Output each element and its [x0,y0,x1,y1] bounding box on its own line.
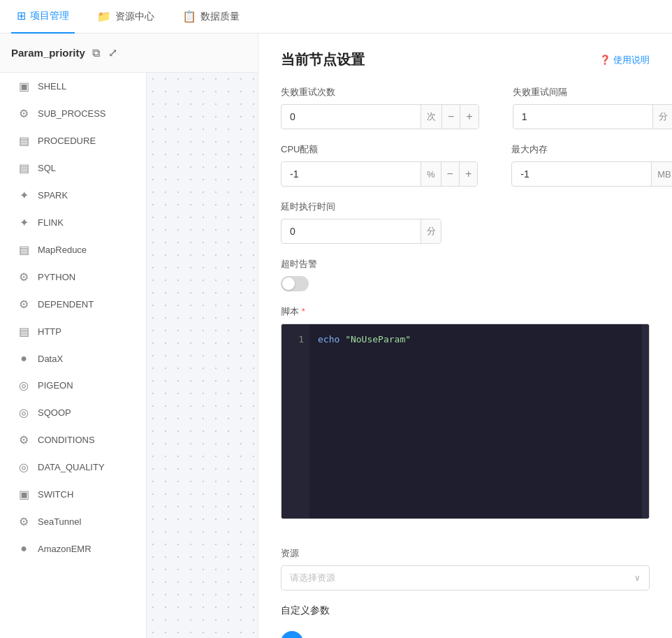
pigeon-icon: ◎ [17,379,31,392]
timeout-toggle-wrap [281,276,650,291]
max-memory-input: MB − + [511,161,672,187]
python-icon: ⚙ [17,270,31,284]
fail-retry-interval-field[interactable] [513,111,652,122]
fail-retry-interval-group: 失败重试间隔 分 − + [513,86,672,129]
spark-icon: ✦ [17,189,31,202]
project-icon: ⊞ [17,9,26,22]
right-panel: 当前节点设置 ❓ 使用说明 失败重试次数 次 − + 失败重试间隔 [258,34,672,638]
resource-placeholder: 请选择资源 [290,572,335,584]
dotted-canvas [147,73,258,638]
select-arrow-icon: ∨ [634,573,641,583]
add-param-button[interactable]: + [281,631,303,638]
sidebar-item-python[interactable]: ⚙ PYTHON [0,263,146,291]
sidebar: Param_priority ⧉ ⤢ ▣ SHELL ⚙ SUB_PROCESS… [0,34,258,638]
sidebar-item-procedure[interactable]: ▤ PROCEDURE [0,127,146,154]
resource-group: 资源 请选择资源 ∨ [281,547,650,590]
sqoop-icon: ◎ [17,406,31,419]
sidebar-item-dependent[interactable]: ⚙ DEPENDENT [0,291,146,318]
fail-retry-count-decrement[interactable]: − [441,105,460,129]
fail-retry-count-label: 失败重试次数 [281,86,479,99]
form-row-delay: 延时执行时间 分 − + [281,201,650,244]
seatunnel-icon: ⚙ [17,515,31,528]
sql-icon: ▤ [17,161,31,175]
conditions-icon: ⚙ [17,433,31,447]
max-memory-field[interactable] [512,168,651,180]
custom-params-label: 自定义参数 [281,604,650,617]
timeout-toggle[interactable] [281,276,309,291]
nav-item-resource[interactable]: 📁 资源中心 [92,0,160,34]
help-icon: ❓ [599,55,611,65]
dataquality2-icon: ◎ [17,461,31,474]
sidebar-item-spark[interactable]: ✦ SPARK [0,182,146,209]
mapreduce-icon: ▤ [17,243,31,256]
cpu-quota-group: CPU配额 % − + [281,143,478,187]
procedure-icon: ▤ [17,134,31,147]
fail-retry-interval-unit: 分 [652,105,672,129]
resource-icon: 📁 [97,10,111,23]
flink-icon: ✦ [17,216,31,229]
fail-retry-interval-label: 失败重试间隔 [513,86,672,99]
max-memory-label: 最大内存 [511,143,672,156]
sidebar-title: Param_priority [11,47,85,59]
main-layout: Param_priority ⧉ ⤢ ▣ SHELL ⚙ SUB_PROCESS… [0,34,672,638]
sidebar-list: ▣ SHELL ⚙ SUB_PROCESS ▤ PROCEDURE ▤ SQL … [0,73,147,638]
sidebar-item-datax[interactable]: ● DataX [0,345,146,372]
nav-item-project[interactable]: ⊞ 项目管理 [11,0,75,34]
timeout-group: 超时告警 [281,258,650,291]
max-memory-unit: MB [651,162,672,186]
datax-icon: ● [17,352,31,365]
resource-select[interactable]: 请选择资源 ∨ [281,565,650,590]
form-row-cpu-memory: CPU配额 % − + 最大内存 MB − + [281,143,650,187]
code-line-numbers: 1 [282,324,309,519]
sidebar-item-conditions[interactable]: ⚙ CONDITIONS [0,426,146,454]
sidebar-main: ▣ SHELL ⚙ SUB_PROCESS ▤ PROCEDURE ▤ SQL … [0,73,258,638]
switch-icon: ▣ [17,488,31,501]
help-link[interactable]: ❓ 使用说明 [599,54,650,66]
code-content[interactable]: echo "NoUseParam" [309,324,649,519]
delay-time-unit: 分 [421,219,441,243]
expand-icon[interactable]: ⤢ [107,45,119,61]
panel-header: 当前节点设置 ❓ 使用说明 [281,50,650,69]
cpu-quota-label: CPU配额 [281,143,478,156]
fail-retry-interval-input: 分 − + [513,104,672,129]
code-scrollbar[interactable] [642,324,649,519]
cpu-quota-increment[interactable]: + [459,162,477,186]
sidebar-item-shell[interactable]: ▣ SHELL [0,73,146,100]
cpu-quota-unit: % [421,162,441,186]
sidebar-item-pigeon[interactable]: ◎ PIGEON [0,372,146,399]
top-nav: ⊞ 项目管理 📁 资源中心 📋 数据质量 [0,0,672,34]
subprocess-icon: ⚙ [17,107,31,120]
script-required: * [302,306,305,317]
sidebar-item-amazonemp[interactable]: ● AmazonEMR [0,535,146,562]
code-editor[interactable]: 1 echo "NoUseParam" [281,324,650,519]
sidebar-item-sql[interactable]: ▤ SQL [0,154,146,182]
sidebar-item-mapreduce[interactable]: ▤ MapReduce [0,236,146,263]
amazonemp-icon: ● [17,542,31,555]
copy-icon[interactable]: ⧉ [91,45,101,61]
cpu-quota-input: % − + [281,161,478,187]
cpu-quota-field[interactable] [282,168,421,180]
sidebar-item-dataquality[interactable]: ◎ DATA_QUALITY [0,454,146,481]
fail-retry-count-increment[interactable]: + [460,105,478,129]
custom-params-group: 自定义参数 + [281,604,650,638]
dataquality-icon: 📋 [182,10,196,23]
panel-title: 当前节点设置 [281,50,365,69]
fail-retry-count-unit: 次 [421,105,441,129]
sidebar-item-sqoop[interactable]: ◎ SQOOP [0,399,146,426]
delay-time-label: 延时执行时间 [281,201,462,213]
script-group: 脚本 * 1 echo "NoUseParam" [281,305,650,533]
fail-retry-count-input: 次 − + [281,104,479,129]
fail-retry-count-field[interactable] [282,111,421,122]
sidebar-header: Param_priority ⧉ ⤢ [0,34,258,73]
sidebar-item-seatunnel[interactable]: ⚙ SeaTunnel [0,508,146,535]
cpu-quota-decrement[interactable]: − [441,162,459,186]
dependent-icon: ⚙ [17,298,31,311]
sidebar-item-http[interactable]: ▤ HTTP [0,318,146,345]
sidebar-item-flink[interactable]: ✦ FLINK [0,209,146,236]
sidebar-item-subprocess[interactable]: ⚙ SUB_PROCESS [0,100,146,127]
delay-time-field[interactable] [282,226,421,237]
max-memory-group: 最大内存 MB − + [511,143,672,187]
timeout-label: 超时告警 [281,258,650,270]
nav-item-dataquality[interactable]: 📋 数据质量 [177,0,245,34]
sidebar-item-switch[interactable]: ▣ SWITCH [0,481,146,508]
